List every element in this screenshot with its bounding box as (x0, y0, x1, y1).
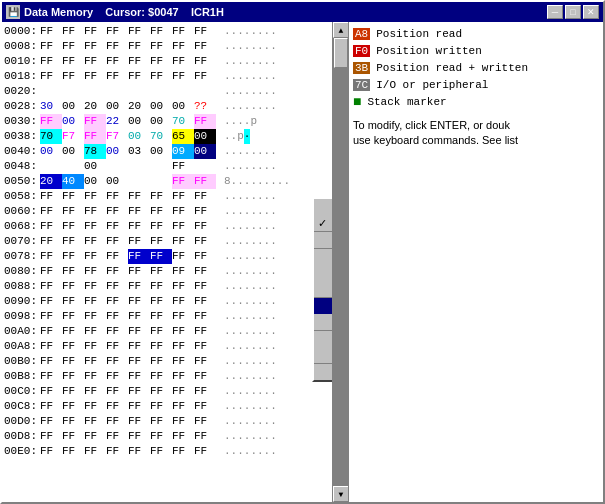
table-row: 0050: 20400000 FFFF 8......... (4, 174, 330, 189)
legend-color-read: A8 (353, 28, 370, 40)
legend-color-stack: ■ (353, 94, 361, 110)
menu-item-columns[interactable]: 8/16 Columns (314, 231, 332, 248)
table-row: 0068: FFFFFFFFFFFFFFFF ........ (4, 219, 330, 234)
main-window: 💾 Data Memory Cursor: $0047 ICR1H ─ □ ✕ … (0, 0, 605, 504)
menu-item-entry-hex[interactable]: Entry: HEX area (314, 199, 332, 215)
legend-label-readwrite: Position read + written (376, 62, 528, 74)
table-row: 0040: 0000780003000900 ........ (4, 144, 330, 159)
maximize-button[interactable]: □ (565, 5, 581, 19)
window-controls: ─ □ ✕ (547, 5, 599, 19)
menu-item-set-qq[interactable]: Set RAM to ?? (314, 281, 332, 297)
table-row: 0010: FFFFFFFFFFFFFFFF ........ (4, 54, 330, 69)
right-panel: A8 Position read F0 Position written 3B … (348, 22, 603, 502)
legend-item-readwrite: 3B Position read + written (353, 60, 599, 76)
table-row: 00A8: FFFFFFFFFFFFFFFF ........ (4, 339, 330, 354)
legend-color-io: 7C (353, 79, 370, 91)
menu-item-break-write[interactable]: Break on write (314, 347, 332, 363)
legend-item-read: A8 Position read (353, 26, 599, 42)
table-row: 00A0: FFFFFFFFFFFFFFFF ........ (4, 324, 330, 339)
close-button[interactable]: ✕ (583, 5, 599, 19)
minimize-button[interactable]: ─ (547, 5, 563, 19)
menu-item-break-read[interactable]: Break on read (314, 330, 332, 347)
scroll-down-button[interactable]: ▼ (333, 486, 349, 502)
table-row: 0020: ........ (4, 84, 330, 99)
table-row: 00E0: FFFFFFFFFFFFFFFF ........ (4, 444, 330, 459)
table-row: 0080: FFFFFFFFFFFFFFFF ........ (4, 264, 330, 279)
legend: A8 Position read F0 Position written 3B … (353, 26, 599, 110)
table-row: 0030: FF00FF22000070FF ....p (4, 114, 330, 129)
legend-label-io: I/O or peripheral (376, 79, 488, 91)
context-menu-panel: Entry: HEX area ✓ Entry: ASCII area 8/16… (312, 197, 332, 382)
title-bar-left: 💾 Data Memory Cursor: $0047 ICR1H (6, 5, 224, 19)
hex-container: 0000: FFFFFFFFFFFFFFFF ........ 0008: FF… (2, 22, 332, 502)
main-content: 0000: FFFFFFFFFFFFFFFF ........ 0008: FF… (2, 22, 603, 502)
menu-item-modify-browse[interactable]: Modify / Browse (314, 314, 332, 330)
table-row: 0078: FFFFFFFFFFFFFFFF ........ (4, 249, 330, 264)
legend-color-readwrite: 3B (353, 62, 370, 74)
hex-area[interactable]: 0000: FFFFFFFFFFFFFFFF ........ 0008: FF… (2, 22, 332, 502)
legend-item-written: F0 Position written (353, 43, 599, 59)
legend-label-written: Position written (376, 45, 482, 57)
legend-label-read: Position read (376, 28, 462, 40)
table-row: 0038: 70F7FFF700706500 ..p· (4, 129, 330, 144)
legend-color-written: F0 (353, 45, 370, 57)
menu-item-clear-rw[interactable]: Clear R/W coverage (314, 363, 332, 380)
table-row: 00D0: FFFFFFFFFFFFFFFF ........ (4, 414, 330, 429)
legend-label-stack: Stack marker (367, 96, 446, 108)
table-row: 0018: FFFFFFFFFFFFFFFF ........ (4, 69, 330, 84)
table-row: 0000: FFFFFFFFFFFFFFFF ........ (4, 24, 330, 39)
table-row: 00B8: FFFFFFFFFFFFFFFF ........ (4, 369, 330, 384)
table-row: 0088: FFFFFFFFFFFFFFFF ........ (4, 279, 330, 294)
title-bar: 💾 Data Memory Cursor: $0047 ICR1H ─ □ ✕ (2, 2, 603, 22)
table-row: 00C0: FFFFFFFFFFFFFFFF ........ (4, 384, 330, 399)
window-title: Data Memory Cursor: $0047 ICR1H (24, 6, 224, 18)
table-row: 0070: FFFFFFFFFFFFFFFF ........ (4, 234, 330, 249)
menu-item-byte-ops[interactable]: Byte operations ▶ Set to $00 Set to $FF … (314, 297, 332, 314)
table-row: 0028: 30002000200000?? ........ (4, 99, 330, 114)
table-row: 0060: FFFFFFFFFFFFFFFF ........ (4, 204, 330, 219)
hex-table: 0000: FFFFFFFFFFFFFFFF ........ 0008: FF… (4, 24, 330, 459)
table-row: 00C8: FFFFFFFFFFFFFFFF ........ (4, 399, 330, 414)
menu-item-set-ff[interactable]: Set RAM to FF (314, 265, 332, 281)
table-row: 00D8: FFFFFFFFFFFFFFFF ........ (4, 429, 330, 444)
menu-item-entry-ascii[interactable]: ✓ Entry: ASCII area (314, 215, 332, 231)
vertical-scrollbar[interactable]: ▲ ▼ (332, 22, 348, 502)
table-row: 0008: FFFFFFFFFFFFFFFF ........ (4, 39, 330, 54)
info-text: To modify, click ENTER, or douk use keyb… (353, 118, 599, 148)
scroll-thumb[interactable] (334, 38, 348, 68)
legend-item-stack: ■ Stack marker (353, 94, 599, 110)
legend-item-io: 7C I/O or peripheral (353, 77, 599, 93)
scroll-track[interactable] (333, 38, 348, 486)
scroll-up-button[interactable]: ▲ (333, 22, 349, 38)
window-icon: 💾 (6, 5, 20, 19)
table-row: 0098: FFFFFFFFFFFFFFFF ........ (4, 309, 330, 324)
table-row: 00B0: FFFFFFFFFFFFFFFF ........ (4, 354, 330, 369)
table-row: 0048: 00 FF ........ (4, 159, 330, 174)
menu-item-set-00[interactable]: Set RAM to 00 (314, 248, 332, 265)
table-row: 0058: FFFFFFFFFFFFFFFF ........ (4, 189, 330, 204)
table-row: 0090: FFFFFFFFFFFFFFFF ........ (4, 294, 330, 309)
